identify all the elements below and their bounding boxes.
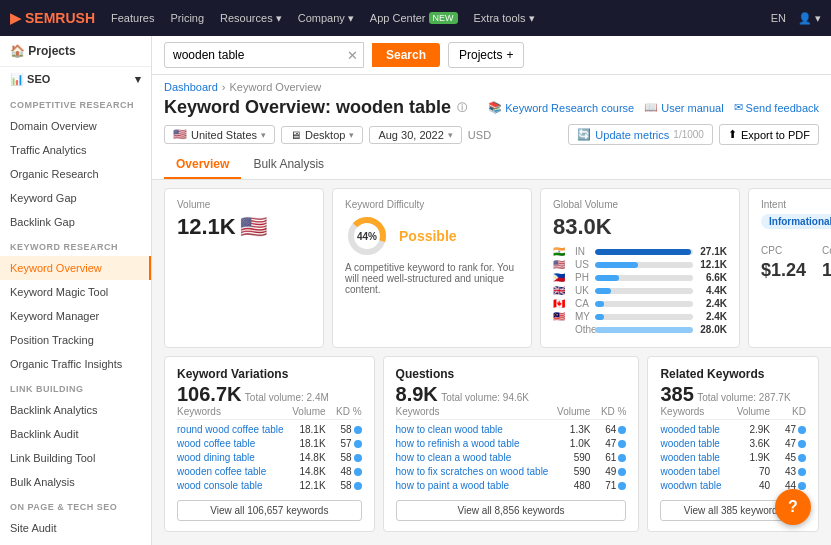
kw-link[interactable]: wood dining table	[177, 452, 284, 463]
sidebar-item-listing-mgmt[interactable]: Listing Management	[0, 540, 151, 545]
table-row: woodwn table 40 44	[660, 480, 806, 491]
sidebar-item-traffic-analytics[interactable]: Traffic Analytics	[0, 138, 151, 162]
sidebar-item-seo[interactable]: 📊 SEO ▾	[0, 67, 151, 92]
nav-resources[interactable]: Resources ▾	[220, 12, 282, 25]
sidebar-item-keyword-gap[interactable]: Keyword Gap	[0, 186, 151, 210]
breadcrumb-dashboard[interactable]: Dashboard	[164, 81, 218, 93]
breadcrumb: Dashboard › Keyword Overview	[164, 81, 819, 93]
projects-button[interactable]: Projects +	[448, 42, 524, 68]
table-row: how to clean a wood table 590 61	[396, 452, 627, 463]
tabs-row: Overview Bulk Analysis	[164, 151, 819, 179]
nav-company[interactable]: Company ▾	[298, 12, 354, 25]
nav-lang[interactable]: EN	[771, 12, 786, 24]
tab-bulk-analysis[interactable]: Bulk Analysis	[241, 151, 336, 179]
nav-extratools[interactable]: Extra tools ▾	[474, 12, 535, 25]
sidebar-item-position-tracking[interactable]: Position Tracking	[0, 328, 151, 352]
kw-link[interactable]: wooded table	[660, 424, 728, 435]
country-filter[interactable]: 🇺🇸 United States ▾	[164, 125, 275, 144]
view-all-questions[interactable]: View all 8,856 keywords	[396, 500, 627, 521]
nav-user[interactable]: 👤 ▾	[798, 12, 821, 25]
date-filter[interactable]: Aug 30, 2022 ▾	[369, 126, 461, 144]
kw-link[interactable]: how to clean a wood table	[396, 452, 549, 463]
bottom-row: Keyword Variations 106.7K Total volume: …	[164, 356, 819, 532]
questions-count: 8.9K	[396, 383, 438, 405]
export-pdf-button[interactable]: ⬆ Export to PDF	[719, 124, 819, 145]
kw-link[interactable]: wooden coffee table	[177, 466, 284, 477]
sidebar-item-domain-overview[interactable]: Domain Overview	[0, 114, 151, 138]
svg-text:44%: 44%	[357, 231, 377, 242]
kw-link[interactable]: wooden tabel	[660, 466, 728, 477]
sidebar-item-backlink-gap[interactable]: Backlink Gap	[0, 210, 151, 234]
tab-overview[interactable]: Overview	[164, 151, 241, 179]
sidebar-projects[interactable]: 🏠 Projects	[0, 36, 151, 67]
nav-pricing[interactable]: Pricing	[170, 12, 204, 24]
sidebar-item-keyword-manager[interactable]: Keyword Manager	[0, 304, 151, 328]
kw-variations-count: 106.7K	[177, 383, 242, 405]
sidebar-item-backlink-audit[interactable]: Backlink Audit	[0, 422, 151, 446]
volume-label: Volume	[177, 199, 311, 210]
nav-appcenter[interactable]: App Center NEW	[370, 12, 458, 24]
table-row: round wood coffee table 18.1K 58	[177, 424, 362, 435]
table-row: how to paint a wood table 480 71	[396, 480, 627, 491]
help-button[interactable]: ?	[775, 489, 811, 525]
table-row: wood console table 12.1K 58	[177, 480, 362, 491]
kw-link[interactable]: wood console table	[177, 480, 284, 491]
kw-link[interactable]: wooden table	[660, 452, 728, 463]
kw-link[interactable]: woodwn table	[660, 480, 728, 491]
country-row-ca: 🇨🇦 CA 2.4K	[553, 298, 727, 309]
sidebar-section-onpage: ON PAGE & TECH SEO	[0, 494, 151, 516]
sidebar-section-keyword-research: KEYWORD RESEARCH	[0, 234, 151, 256]
questions-card: Questions 8.9K Total volume: 94.6K Keywo…	[383, 356, 640, 532]
kw-link[interactable]: how to refinish a wood table	[396, 438, 549, 449]
view-all-kw-variations[interactable]: View all 106,657 keywords	[177, 500, 362, 521]
kw-link[interactable]: wooden table	[660, 438, 728, 449]
filter-row: 🇺🇸 United States ▾ 🖥 Desktop ▾ Aug 30, 2…	[164, 118, 819, 151]
update-metrics-button[interactable]: 🔄 Update metrics 1/1000	[568, 124, 713, 145]
kw-link[interactable]: wood coffee table	[177, 438, 284, 449]
search-input[interactable]	[164, 42, 364, 68]
kw-link[interactable]: how to clean wood table	[396, 424, 549, 435]
kw-variations-rows: round wood coffee table 18.1K 58 wood co…	[177, 424, 362, 491]
nav-features[interactable]: Features	[111, 12, 154, 24]
kw-link[interactable]: round wood coffee table	[177, 424, 284, 435]
keyword-research-link[interactable]: 📚 Keyword Research course	[488, 101, 634, 114]
volume-flag: 🇺🇸	[240, 214, 267, 240]
search-bar-area: ✕ Search Projects +	[152, 36, 831, 75]
logo[interactable]: ▶ SEMRUSH	[10, 10, 95, 26]
sidebar-item-bulk-analysis[interactable]: Bulk Analysis	[0, 470, 151, 494]
questions-rows: how to clean wood table 1.3K 64 how to r…	[396, 424, 627, 491]
search-clear-icon[interactable]: ✕	[347, 48, 358, 63]
intent-results-card: Intent Informational Commercial Results …	[748, 188, 831, 348]
sidebar-item-keyword-overview[interactable]: Keyword Overview	[0, 256, 151, 280]
sidebar-item-link-building-tool[interactable]: Link Building Tool	[0, 446, 151, 470]
sidebar-item-organic-traffic[interactable]: Organic Traffic Insights	[0, 352, 151, 376]
table-row: how to clean wood table 1.3K 64	[396, 424, 627, 435]
kw-variations-title: Keyword Variations	[177, 367, 362, 381]
questions-header: Keywords Volume KD %	[396, 406, 627, 420]
country-row-uk: 🇬🇧 UK 4.4K	[553, 285, 727, 296]
global-value: 83.0K	[553, 214, 727, 240]
content-area: ✕ Search Projects + Dashboard › Keyword …	[152, 36, 831, 545]
kw-variations-header: Keywords Volume KD %	[177, 406, 362, 420]
kw-link[interactable]: how to fix scratches on wood table	[396, 466, 549, 477]
kw-link[interactable]: how to paint a wood table	[396, 480, 549, 491]
table-row: wooden table 1.9K 45	[660, 452, 806, 463]
search-button[interactable]: Search	[372, 43, 440, 67]
kd-description: A competitive keyword to rank for. You w…	[345, 262, 519, 295]
related-kw-count: 385	[660, 383, 693, 405]
cpc-value: $1.24	[761, 260, 806, 281]
title-info-icon[interactable]: ⓘ	[457, 101, 467, 115]
sidebar-item-keyword-magic[interactable]: Keyword Magic Tool	[0, 280, 151, 304]
kd-donut: 44% Possible	[345, 214, 519, 258]
sidebar-item-organic-research[interactable]: Organic Research	[0, 162, 151, 186]
main-content: Volume 12.1K 🇺🇸 Keyword Difficulty	[152, 180, 831, 540]
user-manual-link[interactable]: 📖 User manual	[644, 101, 723, 114]
device-filter[interactable]: 🖥 Desktop ▾	[281, 126, 363, 144]
send-feedback-link[interactable]: ✉ Send feedback	[734, 101, 819, 114]
intent-badge-info: Informational	[761, 214, 831, 229]
table-row: how to fix scratches on wood table 590 4…	[396, 466, 627, 477]
sidebar-item-backlink-analytics[interactable]: Backlink Analytics	[0, 398, 151, 422]
page-title: Keyword Overview: wooden table ⓘ	[164, 97, 467, 118]
table-row: wooden table 3.6K 47	[660, 438, 806, 449]
sidebar-item-site-audit[interactable]: Site Audit	[0, 516, 151, 540]
